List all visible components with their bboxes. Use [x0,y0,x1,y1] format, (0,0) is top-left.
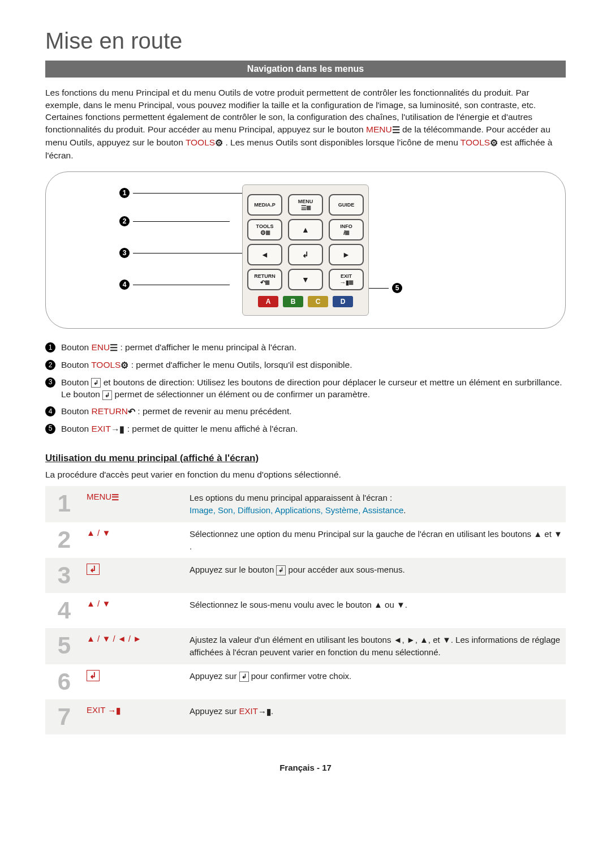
legend-red-label: EXIT [91,424,110,433]
up-arrow-button: ▲ [288,219,323,240]
b-button: B [283,296,303,307]
menu-button: MENU☰≣ [288,194,323,216]
intro-tools-label-2: TOOLS [461,137,490,147]
legend-red-label: RETURN [91,406,128,416]
subsection-intro: La procédure d'accès peut varier en fonc… [45,469,566,481]
subsection-title: Utilisation du menu principal (affiché à… [45,453,566,464]
callout-num-5: 5 [392,283,402,293]
step-row-3: 3 ↲ Appuyez sur le bouton ↲ pour accéder… [45,558,566,593]
section-header: Navigation dans les menus [45,61,566,78]
step-blue-options: Image, Son, Diffusion, Applications, Sys… [190,505,403,515]
menu-icon: ☰ [392,124,400,136]
step-action: EXIT →▮ [83,699,186,734]
legend-text: : permet de revenir au menu précédent. [135,406,292,416]
intro-tools-label-1: TOOLS [186,137,215,147]
exit-icon: →▮ [107,706,121,716]
remote-graphic: MEDIA.P MENU☰≣ GUIDE TOOLS⚙≣ ▲ INFOi≣ ◄ … [242,184,369,316]
enter-icon: ↲ [276,565,286,575]
tools-icon: ⚙ [121,359,128,372]
intro-paragraph: Les fonctions du menu Principal et du me… [45,87,566,161]
callout-1: 1 [119,188,249,198]
legend-prefix: Bouton [61,360,91,369]
right-arrow-icon: ► [342,251,350,259]
legend-num: 5 [45,424,55,434]
enter-icon: ↲ [302,250,309,259]
legend-item-3: 3 Bouton ↲ et boutons de direction: Util… [45,376,566,401]
callout-num-2: 2 [119,216,130,226]
step-number: 5 [45,628,83,664]
step-number: 1 [45,486,83,522]
c-button: C [308,296,328,307]
page-title: Mise en route [45,28,566,54]
menu-icon: ☰ [111,492,119,502]
step-row-4: 4 ▲ / ▼ Sélectionnez le sous-menu voulu … [45,593,566,628]
legend-num: 2 [45,360,55,370]
legend-text: : permet de quitter le menu affiché à l'… [124,424,298,433]
legend-prefix: Bouton [61,424,91,433]
step-desc: Appuyez sur ↲ pour confirmer votre choix… [186,664,566,699]
step-desc: Sélectionnez une option du menu Principa… [186,522,566,558]
left-arrow-icon: ◄ [261,251,269,259]
step-action: MENU☰ [83,486,186,522]
left-arrow-button: ◄ [247,244,282,265]
enter-icon: ↲ [239,672,249,682]
step-action: ↲ [83,664,186,699]
enter-icon: ↲ [87,670,100,681]
return-button: RETURN↶≣ [247,269,282,290]
callout-2: 2 [119,216,230,226]
legend-prefix: Bouton [61,406,91,416]
step-row-7: 7 EXIT →▮ Appuyez sur EXIT→▮. [45,699,566,734]
step-number: 4 [45,593,83,628]
exit-icon: →▮ [111,423,125,436]
a-button: A [258,296,278,307]
intro-part3: . Les menus Outils sont disponibles lors… [225,137,460,147]
guide-button: GUIDE [329,194,364,216]
enter-icon: ↲ [87,564,100,575]
intro-menu-label: MENU [366,124,392,134]
down-arrow-button: ▼ [288,269,323,290]
page-footer: Français - 17 [45,763,566,772]
step-action: ▲ / ▼ [83,522,186,558]
info-button: INFOi≣ [329,219,364,240]
legend-item-2: 2 Bouton TOOLS⚙ : permet d'afficher le m… [45,359,566,372]
step-desc: Sélectionnez le sous-menu voulu avec le … [186,593,566,628]
legend-item-5: 5 Bouton EXIT→▮ : permet de quitter le m… [45,423,566,436]
legend-num: 4 [45,406,55,416]
legend-list: 1 Bouton ENU☰ : permet d'afficher le men… [45,341,566,435]
legend-red-label: TOOLS [91,360,121,369]
step-desc: Les options du menu principal apparaisse… [186,486,566,522]
tools-button: TOOLS⚙≣ [247,219,282,240]
legend-prefix: Bouton [61,342,91,352]
up-arrow-icon: ▲ [302,226,309,234]
enter-icon: ↲ [91,378,101,388]
legend-num: 3 [45,377,55,388]
menu-icon: ☰ [110,342,118,354]
tools-icon: ⚙ [490,137,498,149]
step-desc: Ajustez la valeur d'un élément en utilis… [186,628,566,664]
steps-table: 1 MENU☰ Les options du menu principal ap… [45,486,566,734]
callout-3: 3 [119,248,249,258]
step-number: 3 [45,558,83,593]
legend-item-1: 1 Bouton ENU☰ : permet d'afficher le men… [45,341,566,354]
step-row-5: 5 ▲ / ▼ / ◄ / ► Ajustez la valeur d'un é… [45,628,566,664]
down-arrow-icon: ▼ [302,276,309,283]
exit-button: EXIT→▮≣ [329,269,364,290]
step-action: ↲ [83,558,186,593]
step-desc: Appuyez sur le bouton ↲ pour accéder aux… [186,558,566,593]
return-icon: ↶ [128,406,135,418]
legend-item-4: 4 Bouton RETURN↶ : permet de revenir au … [45,405,566,418]
callout-num-3: 3 [119,248,130,258]
mediap-button: MEDIA.P [247,194,282,216]
step-row-2: 2 ▲ / ▼ Sélectionnez une option du menu … [45,522,566,558]
enter-icon: ↲ [102,390,112,400]
legend-prefix: Bouton [61,377,91,387]
step-action: ▲ / ▼ / ◄ / ► [83,628,186,664]
step-desc: Appuyez sur EXIT→▮. [186,699,566,734]
step-number: 2 [45,522,83,558]
d-button: D [333,296,353,307]
remote-diagram: 1 2 3 4 5 MEDIA.P MENU☰≣ GUIDE TOOLS⚙≣ ▲… [45,171,566,329]
legend-num: 1 [45,342,55,353]
step-action: ▲ / ▼ [83,593,186,628]
tools-icon: ⚙ [215,137,223,149]
legend-text: : permet d'afficher le menu Outils, lors… [128,360,352,369]
